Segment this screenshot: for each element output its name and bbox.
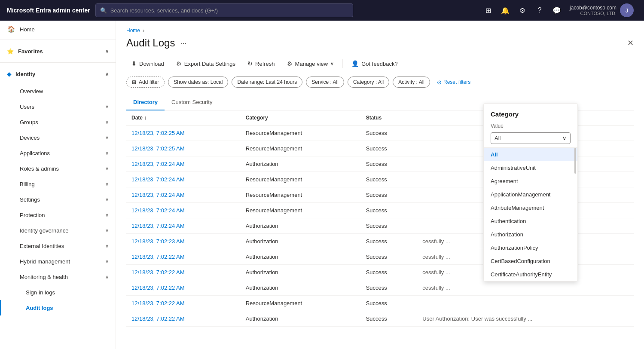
date-link[interactable]: 12/18/23, 7:02:22 AM [131, 269, 185, 276]
search-box[interactable]: 🔍 [95, 3, 353, 17]
help-icon[interactable]: ? [532, 3, 547, 18]
cell-category: Authorization [241, 156, 361, 172]
dropdown-option-all[interactable]: All [484, 148, 577, 161]
monitoring-label: Monitoring & health [20, 274, 68, 280]
user-info: jacob@contoso.com CONTOSO, LTD. [570, 5, 617, 16]
dropdown-option-admin-unit[interactable]: AdministrativeUnit [484, 161, 577, 174]
activity-filter[interactable]: Activity : All [393, 77, 430, 88]
date-link[interactable]: 12/18/23, 7:02:25 AM [131, 130, 185, 136]
date-link[interactable]: 12/18/23, 7:02:22 AM [131, 300, 185, 306]
more-options-icon[interactable]: ··· [180, 39, 186, 48]
manage-view-button[interactable]: ⚙ Manage view ∨ [282, 58, 339, 70]
dropdown-option-cert-authority[interactable]: CertificateAuthorityEntity [484, 268, 577, 281]
dropdown-option-app-management[interactable]: ApplicationManagement [484, 188, 577, 201]
sidebar-item-users[interactable]: Users ∨ [0, 99, 116, 114]
dropdown-option-authorization[interactable]: Authorization [484, 228, 577, 241]
date-range-filter[interactable]: Date range: Last 24 hours [232, 77, 302, 88]
identity-label: Identity [15, 71, 101, 77]
cell-category: ResourceManagement [241, 126, 361, 141]
export-settings-button[interactable]: ⚙ Export Data Settings [171, 58, 241, 70]
service-label: Service : All [311, 79, 339, 85]
dropdown-scrollbar[interactable] [574, 148, 577, 281]
date-link[interactable]: 12/18/23, 7:02:24 AM [131, 161, 185, 167]
dropdown-option-authorization-policy[interactable]: AuthorizationPolicy [484, 241, 577, 254]
col-date[interactable]: Date ↓ [126, 110, 241, 126]
sidebar-item-identity[interactable]: ◆ Identity ∧ [0, 64, 116, 83]
sidebar-item-settings[interactable]: Settings ∨ [0, 192, 116, 207]
settings-chevron: ∨ [105, 197, 109, 202]
cell-status: Success [361, 296, 418, 311]
sidebar-item-audit-logs[interactable]: Audit logs [0, 300, 116, 315]
external-identities-label: External Identities [20, 243, 64, 249]
cell-detail: User Authorization: User was successfull… [417, 311, 634, 327]
sidebar-item-external-identities[interactable]: External Identities ∨ [0, 238, 116, 254]
cell-detail: cessfully ... [417, 280, 634, 296]
cell-status: Success [361, 311, 418, 327]
cell-category: ResourceManagement [241, 187, 361, 203]
cell-date: 12/18/23, 7:02:24 AM [126, 187, 241, 203]
download-button[interactable]: ⬇ Download [126, 58, 169, 70]
add-filter-button[interactable]: ⊞ Add filter [126, 77, 165, 88]
dropdown-option-cert-based[interactable]: CertBasedConfiguration [484, 254, 577, 268]
user-menu[interactable]: jacob@contoso.com CONTOSO, LTD. J [566, 2, 637, 19]
search-input[interactable] [110, 7, 348, 14]
sidebar-item-signin-logs[interactable]: Sign-in logs [0, 285, 116, 300]
sidebar-item-roles-admins[interactable]: Roles & admins ∨ [0, 161, 116, 176]
refresh-label: Refresh [255, 61, 275, 67]
protection-chevron: ∨ [105, 212, 109, 218]
toolbar: ⬇ Download ⚙ Export Data Settings ↻ Refr… [126, 58, 634, 70]
date-link[interactable]: 12/18/23, 7:02:25 AM [131, 145, 185, 152]
favorites-label: Favorites [18, 48, 101, 55]
tab-custom-security[interactable]: Custom Security [165, 95, 219, 110]
sidebar-item-identity-governance[interactable]: Identity governance ∨ [0, 223, 116, 238]
date-link[interactable]: 12/18/23, 7:02:24 AM [131, 207, 185, 214]
date-link[interactable]: 12/18/23, 7:02:24 AM [131, 176, 185, 183]
date-link[interactable]: 12/18/23, 7:02:24 AM [131, 223, 185, 229]
cell-status: Success [361, 203, 418, 218]
cell-category: Authorization [241, 249, 361, 265]
sidebar-item-devices[interactable]: Devices ∨ [0, 130, 116, 145]
sidebar-item-applications[interactable]: Applications ∨ [0, 145, 116, 161]
show-dates-filter[interactable]: Show dates as: Local [168, 77, 228, 88]
sidebar-item-protection[interactable]: Protection ∨ [0, 207, 116, 223]
feedback-icon[interactable]: 💬 [549, 3, 565, 18]
refresh-button[interactable]: ↻ Refresh [242, 58, 280, 70]
sidebar-item-monitoring[interactable]: Monitoring & health ∧ [0, 269, 116, 285]
dropdown-option-agreement[interactable]: Agreement [484, 174, 577, 188]
notifications-icon[interactable]: 🔔 [497, 3, 513, 18]
settings-icon[interactable]: ⚙ [515, 3, 530, 18]
dropdown-option-attr-management[interactable]: AttributeManagement [484, 201, 577, 214]
devices-label: Devices [20, 135, 40, 141]
sidebar-item-groups[interactable]: Groups ∨ [0, 114, 116, 130]
dropdown-select[interactable]: All ∨ [491, 132, 571, 144]
tab-directory[interactable]: Directory [126, 95, 165, 110]
category-filter[interactable]: Category : All [348, 77, 389, 88]
billing-label: Billing [20, 181, 35, 187]
cell-status: Success [361, 156, 418, 172]
service-filter[interactable]: Service : All [306, 77, 344, 88]
date-link[interactable]: 12/18/23, 7:02:22 AM [131, 285, 185, 291]
reset-filters-button[interactable]: ⊘ Reset filters [433, 77, 474, 88]
sidebar-item-overview[interactable]: Overview [0, 83, 116, 99]
search-icon: 🔍 [100, 7, 107, 14]
close-button[interactable]: ✕ [627, 38, 634, 48]
date-link[interactable]: 12/18/23, 7:02:23 AM [131, 238, 185, 245]
date-link[interactable]: 12/18/23, 7:02:22 AM [131, 315, 185, 322]
cell-date: 12/18/23, 7:02:25 AM [126, 126, 241, 141]
sidebar-item-hybrid-management[interactable]: Hybrid management ∨ [0, 254, 116, 269]
dropdown-chevron-icon: ∨ [562, 135, 567, 141]
sidebar-item-billing[interactable]: Billing ∨ [0, 176, 116, 192]
breadcrumb-home[interactable]: Home [126, 28, 140, 34]
manage-view-label: Manage view [295, 61, 328, 67]
feedback-button[interactable]: 👤 Got feedback? [346, 58, 403, 70]
applications-label: Applications [20, 150, 50, 156]
date-link[interactable]: 12/18/23, 7:02:22 AM [131, 254, 185, 260]
date-link[interactable]: 12/18/23, 7:02:24 AM [131, 192, 185, 198]
groups-label: Groups [20, 119, 38, 126]
category-dropdown: Category Value All ∨ All AdministrativeU… [483, 103, 578, 282]
dropdown-option-authentication[interactable]: Authentication [484, 214, 577, 228]
portal-icon[interactable]: ⊞ [480, 3, 496, 18]
sidebar-item-home[interactable]: 🏠 Home [0, 21, 116, 38]
sidebar-item-favorites[interactable]: ⭐ Favorites ∨ [0, 42, 116, 61]
cell-category: Authorization [241, 311, 361, 327]
